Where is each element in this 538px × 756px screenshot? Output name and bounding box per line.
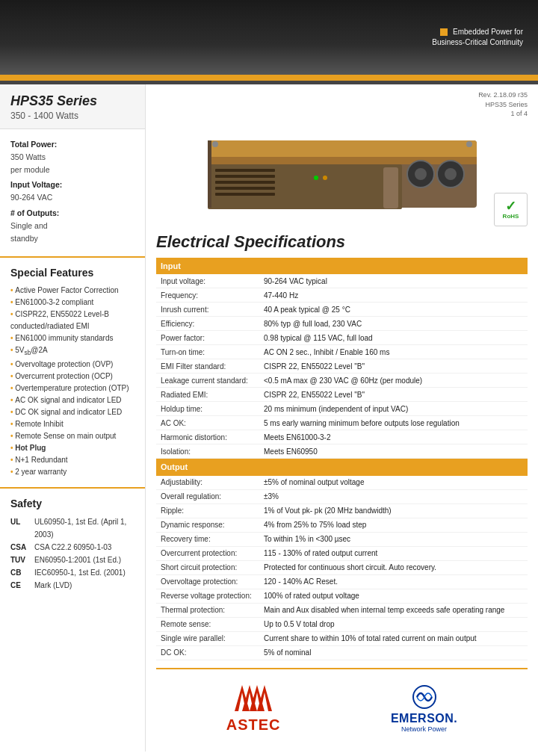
table-row: Efficiency: 80% typ @ full load, 230 VAC xyxy=(156,317,528,331)
spec-value: Meets EN61000-3-2 xyxy=(261,430,528,444)
feature-item: Overcurrent protection (OCP) xyxy=(10,371,134,382)
emerson-sub-label: Network Power xyxy=(401,725,447,733)
table-row: Radiated EMI: CISPR 22, EN55022 Level "B… xyxy=(156,388,528,402)
astec-icon xyxy=(231,681,276,715)
safety-title: Safety xyxy=(10,498,134,509)
sidebar-safety: Safety UL UL60950-1, 1st Ed. (April 1, 2… xyxy=(0,489,145,601)
spec-label: Thermal protection: xyxy=(156,603,261,617)
spec-label: Remote sense: xyxy=(156,617,261,631)
svg-rect-13 xyxy=(215,181,275,184)
spec-table: Input Input voltage: 90-264 VAC typical … xyxy=(156,258,528,660)
spec-value: 115 - 130% of rated output current xyxy=(261,546,528,560)
spec-value: Current share to within 10% of total rat… xyxy=(261,631,528,645)
safety-list: UL UL60950-1, 1st Ed. (April 1, 2003) CS… xyxy=(10,515,134,592)
table-row: Thermal protection: Main and Aux disable… xyxy=(156,603,528,617)
feature-item: Overvoltage protection (OVP) xyxy=(10,359,134,371)
spec-value: 5% of nominal xyxy=(261,645,528,660)
spec-value: 100% of rated output voltage xyxy=(261,589,528,603)
spec-label: Overall regulation: xyxy=(156,489,261,504)
spec-label: Inrush current: xyxy=(156,303,261,317)
table-row: EMI Filter standard: CISPR 22, EN55022 L… xyxy=(156,359,528,374)
spec-value: 80% typ @ full load, 230 VAC xyxy=(261,317,528,331)
table-row: Input voltage: 90-264 VAC typical xyxy=(156,274,528,288)
feature-item: DC OK signal and indicator LED xyxy=(10,406,134,418)
spec-input-voltage: Input Voltage: 90-264 VAC xyxy=(10,179,134,204)
spec-value: <0.5 mA max @ 230 VAC @ 60Hz (per module… xyxy=(261,374,528,388)
safety-label: CB xyxy=(10,566,31,579)
svg-rect-16 xyxy=(383,167,398,208)
spec-value: Up to 0.5 V total drop xyxy=(261,617,528,631)
spec-label-power: Total Power: xyxy=(10,138,134,151)
feature-item: EN61000 immunity standards xyxy=(10,332,134,344)
spec-value: To within 1% in <300 µsec xyxy=(261,532,528,546)
spec-value: CISPR 22, EN55022 Level "B" xyxy=(261,388,528,402)
brand-line1: Embedded Power for xyxy=(453,28,523,36)
electrical-specs-title: Electrical Specifications xyxy=(156,232,528,252)
spec-value: 120 - 140% AC Reset. xyxy=(261,574,528,589)
svg-point-21 xyxy=(466,141,472,147)
spec-label: Adjustability: xyxy=(156,476,261,490)
safety-item-tuv: TUV EN60950-1:2001 (1st Ed.) xyxy=(10,554,134,566)
table-row: Isolation: Meets EN60950 xyxy=(156,444,528,459)
svg-rect-14 xyxy=(215,187,275,190)
input-header: Input xyxy=(156,258,528,275)
spec-label: Radiated EMI: xyxy=(156,388,261,402)
spec-label: Reverse voltage protection: xyxy=(156,589,261,603)
feature-item-hot-plug: Hot Plug xyxy=(10,442,134,454)
spec-label: Power factor: xyxy=(156,331,261,345)
spec-label: Short circuit protection: xyxy=(156,560,261,574)
brand-icon xyxy=(440,28,448,36)
spec-label: EMI Filter standard: xyxy=(156,359,261,374)
feature-list: Active Power Factor Correction EN61000-3… xyxy=(10,285,134,477)
emerson-label: EMERSON. xyxy=(391,712,457,725)
spec-value: 40 A peak typical @ 25 °C xyxy=(261,303,528,317)
svg-rect-2 xyxy=(208,157,477,164)
rev-line3: 1 of 4 xyxy=(510,110,528,117)
table-row: Dynamic response: 4% from 25% to 75% loa… xyxy=(156,518,528,532)
spec-label: Turn-on time: xyxy=(156,345,261,359)
spec-label: Isolation: xyxy=(156,444,261,459)
spec-label: Overcurrent protection: xyxy=(156,546,261,560)
table-row: Single wire parallel: Current share to w… xyxy=(156,631,528,645)
rev-line1: Rev. 2.18.09 r35 xyxy=(478,91,528,99)
rohs-badge: ✓ RoHS xyxy=(494,193,528,226)
svg-rect-19 xyxy=(208,140,211,208)
spec-value: 0.98 typical @ 115 VAC, full load xyxy=(261,331,528,345)
svg-point-18 xyxy=(323,176,327,180)
spec-value-outputs: Single andstandby xyxy=(10,220,134,245)
spec-value: CISPR 22, EN55022 Level "B" xyxy=(261,359,528,374)
rohs-check-icon: ✓ xyxy=(505,199,516,213)
footer-logos: ASTEC EMERSON. Network Power xyxy=(156,668,528,741)
output-header: Output xyxy=(156,459,528,476)
safety-label: CSA xyxy=(10,541,31,554)
feature-item: 2 year warranty xyxy=(10,466,134,478)
table-row: Harmonic distortion: Meets EN61000-3-2 xyxy=(156,430,528,444)
spec-value: 47-440 Hz xyxy=(261,288,528,303)
table-row: Adjustability: ±5% of nominal output vol… xyxy=(156,476,528,490)
spec-value: ±3% xyxy=(261,489,528,504)
feature-item: 5Vsb@2A xyxy=(10,344,134,358)
spec-value: Main and Aux disabled when internal temp… xyxy=(261,603,528,617)
main-layout: HPS35 Series 350 - 1400 Watts Total Powe… xyxy=(0,84,538,752)
svg-point-17 xyxy=(314,176,318,180)
spec-total-power: Total Power: 350 Wattsper module xyxy=(10,138,134,176)
svg-point-20 xyxy=(212,141,218,147)
spec-value: 5 ms early warning minimum before output… xyxy=(261,416,528,430)
safety-value: IEC60950-1, 1st Ed. (2001) xyxy=(34,566,126,579)
rohs-text: RoHS xyxy=(503,213,519,220)
spec-value-voltage: 90-264 VAC xyxy=(10,191,134,204)
feature-item: EN61000-3-2 compliant xyxy=(10,297,134,309)
rev-info: Rev. 2.18.09 r35 HPS35 Series 1 of 4 xyxy=(156,90,528,119)
product-image xyxy=(204,126,480,223)
emerson-logo: EMERSON. Network Power xyxy=(391,682,457,733)
spec-label-outputs: # of Outputs: xyxy=(10,207,134,220)
product-subtitle: 350 - 1400 Watts xyxy=(10,111,134,121)
svg-point-6 xyxy=(445,168,457,180)
safety-value: CSA C22.2 60950-1-03 xyxy=(34,541,111,554)
table-row: Overcurrent protection: 115 - 130% of ra… xyxy=(156,546,528,560)
svg-rect-12 xyxy=(215,175,275,178)
sidebar-features: Special Features Active Power Factor Cor… xyxy=(0,258,145,488)
table-row: Inrush current: 40 A peak typical @ 25 °… xyxy=(156,303,528,317)
table-row: Ripple: 1% of Vout pk- pk (20 MHz bandwi… xyxy=(156,504,528,518)
spec-label-voltage: Input Voltage: xyxy=(10,179,134,191)
